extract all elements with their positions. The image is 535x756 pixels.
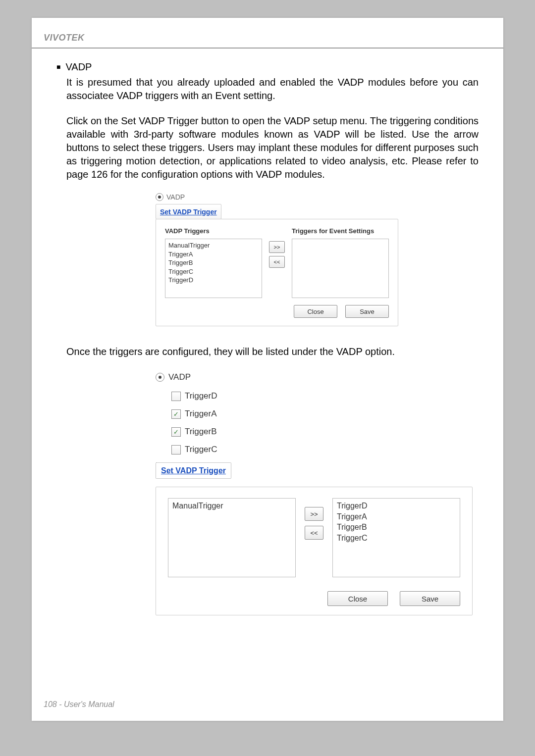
page-footer: 108 - User's Manual xyxy=(44,700,114,709)
section-title: VADP xyxy=(65,61,92,73)
checkbox-triggerd[interactable] xyxy=(171,392,181,401)
radio-vadp-label-2: VADP xyxy=(168,372,191,382)
radio-dot-icon xyxy=(158,196,161,199)
paragraph-2: Click on the Set VADP Trigger button to … xyxy=(66,114,479,181)
right-list-title: Triggers for Event Settings xyxy=(292,227,389,235)
close-button-2[interactable]: Close xyxy=(327,591,388,606)
checkbox-label: TriggerD xyxy=(185,391,217,401)
list-item[interactable]: ManualTrigger xyxy=(168,241,259,250)
radio-vadp-label: VADP xyxy=(166,193,185,201)
list-item[interactable]: TriggerB xyxy=(337,522,456,533)
checkbox-triggera[interactable]: ✓ xyxy=(171,409,181,419)
right-listbox[interactable] xyxy=(292,239,389,298)
bullet-icon: ■ xyxy=(56,61,60,72)
radio-vadp-2[interactable] xyxy=(156,373,164,382)
checkbox-triggerb[interactable]: ✓ xyxy=(171,427,181,437)
divider xyxy=(32,48,503,49)
brand-header: VIVOTEK xyxy=(44,33,85,43)
set-vadp-trigger-link-2[interactable]: Set VADP Trigger xyxy=(156,462,231,479)
checkbox-label: TriggerC xyxy=(185,445,217,454)
left-list-title: VADP Triggers xyxy=(165,227,262,235)
dual-pane: VADP Triggers ManualTrigger TriggerA Tri… xyxy=(156,219,398,326)
mid-paragraph: Once the triggers are configured, they w… xyxy=(66,346,479,357)
list-item[interactable]: TriggerB xyxy=(168,258,259,267)
set-vadp-trigger-link[interactable]: Set VADP Trigger xyxy=(156,204,221,219)
list-item[interactable]: TriggerC xyxy=(337,533,456,544)
paragraph-1: It is presumed that you already uploaded… xyxy=(66,76,479,102)
move-right-button[interactable]: >> xyxy=(269,241,285,253)
list-item[interactable]: TriggerA xyxy=(337,511,456,522)
set-vadp-trigger-link-text: Set VADP Trigger xyxy=(160,208,217,216)
trigger-checklist: TriggerD ✓ TriggerA ✓ TriggerB TriggerC xyxy=(171,391,473,454)
save-button-2[interactable]: Save xyxy=(400,591,460,606)
checkbox-label: TriggerB xyxy=(185,427,217,437)
right-listbox-2[interactable]: TriggerD TriggerA TriggerB TriggerC xyxy=(332,498,460,577)
list-item[interactable]: TriggerD xyxy=(337,501,456,511)
list-item[interactable]: TriggerD xyxy=(168,276,259,285)
list-item[interactable]: TriggerA xyxy=(168,250,259,259)
manual-page: VIVOTEK ■ VADP It is presumed that you a… xyxy=(32,18,503,721)
radio-vadp[interactable] xyxy=(156,193,163,201)
move-left-button-2[interactable]: << xyxy=(305,526,323,540)
move-right-button-2[interactable]: >> xyxy=(305,507,323,521)
move-left-button[interactable]: << xyxy=(269,256,285,268)
checkbox-label: TriggerA xyxy=(185,409,217,419)
list-item[interactable]: TriggerC xyxy=(168,267,259,276)
list-item[interactable]: ManualTrigger xyxy=(172,501,291,511)
radio-dot-icon xyxy=(159,376,161,379)
content-area: ■ VADP It is presumed that you already u… xyxy=(56,61,479,615)
left-listbox-2[interactable]: ManualTrigger xyxy=(168,498,296,577)
set-vadp-dialog-configured: VADP TriggerD ✓ TriggerA ✓ TriggerB xyxy=(156,372,473,615)
save-button[interactable]: Save xyxy=(345,305,389,318)
checkbox-triggerc[interactable] xyxy=(171,445,181,454)
dual-pane-2: ManualTrigger >> << TriggerD TriggerA Tr… xyxy=(156,487,473,615)
set-vadp-dialog-initial: VADP Set VADP Trigger VADP Triggers Manu… xyxy=(156,193,398,326)
close-button[interactable]: Close xyxy=(294,305,337,318)
left-listbox[interactable]: ManualTrigger TriggerA TriggerB TriggerC… xyxy=(165,239,262,298)
